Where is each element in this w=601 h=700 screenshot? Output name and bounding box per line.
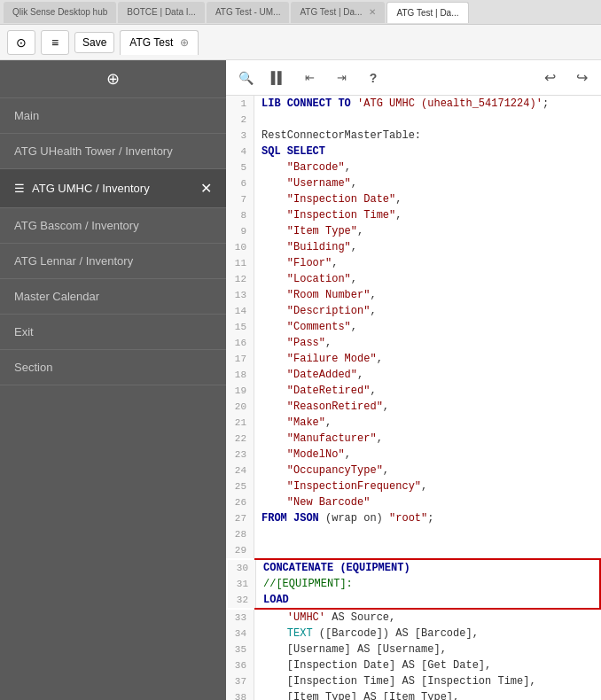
line-content-26: "New Barcode" — [254, 494, 370, 510]
indent-decrease-icon: ⇤ — [305, 71, 315, 84]
code-line-28: 28 — [226, 526, 601, 542]
help-button[interactable]: ? — [361, 66, 386, 90]
editor-toolbar: 🔍 ▌▌ ⇤ ⇥ ? ↩ ↪ — [226, 60, 601, 96]
code-line-2: 2 — [226, 112, 601, 128]
line-number-27: 27 — [226, 510, 254, 526]
line-content-15: "Comments", — [254, 319, 357, 335]
line-number-16: 16 — [226, 335, 254, 351]
editor-area: 🔍 ▌▌ ⇤ ⇥ ? ↩ ↪ — [226, 60, 601, 700]
list-button[interactable]: ≡ — [41, 30, 69, 55]
search-button[interactable]: 🔍 — [233, 66, 258, 90]
browser-tab-2[interactable]: ATG Test - UM... — [207, 2, 290, 23]
line-content-3: RestConnectorMasterTable: — [254, 128, 421, 144]
line-number-26: 26 — [226, 494, 254, 510]
code-line-22: 22 "Manufacturer", — [226, 431, 601, 447]
line-content-25: "InspectionFrequency", — [254, 478, 427, 494]
active-tab[interactable]: ATG Test ⊕ — [120, 30, 199, 55]
indent-increase-icon: ⇥ — [337, 71, 347, 84]
line-number-33: 33 — [226, 610, 254, 626]
save-button[interactable]: Save — [74, 32, 114, 53]
code-line-3: 3 RestConnectorMasterTable: — [226, 128, 601, 144]
browser-tab-4[interactable]: ATG Test | Da... — [386, 2, 468, 23]
line-number-10: 10 — [226, 239, 254, 255]
sidebar-item-master-calendar[interactable]: Master Calendar — [0, 279, 226, 315]
main-layout: ⊕ Main ATG UHealth Tower / Inventory ☰ A… — [0, 60, 601, 700]
line-number-38: 38 — [226, 689, 254, 700]
code-line-27: 27FROM JSON (wrap on) "root"; — [226, 510, 601, 526]
sidebar-item-atg-uhealth[interactable]: ATG UHealth Tower / Inventory — [0, 134, 226, 169]
line-content-13: "Room Number", — [254, 287, 377, 303]
line-content-10: "Building", — [254, 239, 357, 255]
line-number-28: 28 — [226, 526, 254, 542]
line-content-12: "Location", — [254, 271, 357, 287]
code-line-6: 6 "Username", — [226, 175, 601, 191]
sidebar-item-atg-lennar[interactable]: ATG Lennar / Inventory — [0, 244, 226, 279]
code-line-7: 7 "Inspection Date", — [226, 191, 601, 207]
line-number-8: 8 — [226, 207, 254, 223]
line-content-19: "DateRetired", — [254, 383, 377, 399]
line-number-25: 25 — [226, 478, 254, 494]
line-content-27: FROM JSON (wrap on) "root"; — [254, 510, 433, 526]
line-number-15: 15 — [226, 319, 254, 335]
indent-increase-button[interactable]: ⇥ — [329, 66, 354, 90]
undo-icon: ↩ — [544, 69, 556, 86]
line-number-24: 24 — [226, 463, 254, 478]
redo-button[interactable]: ↪ — [569, 66, 594, 90]
line-number-21: 21 — [226, 415, 254, 431]
line-content-34: TEXT ([Barcode]) AS [Barcode], — [254, 626, 479, 642]
line-content-31: //[EQUIPMENT]: — [256, 576, 353, 592]
code-line-14: 14 "Description", — [226, 303, 601, 319]
browser-tab-0[interactable]: Qlik Sense Desktop hub — [4, 2, 116, 23]
indent-decrease-button[interactable]: ⇤ — [297, 66, 322, 90]
tab-label-4: ATG Test | Da... — [396, 8, 458, 18]
line-number-1: 1 — [226, 96, 254, 112]
sidebar-add-button[interactable]: ⊕ — [0, 60, 226, 98]
code-line-38: 38 [Item Type] AS [Item Type], — [226, 689, 601, 700]
active-tab-close[interactable]: ⊕ — [180, 36, 189, 49]
sidebar-item-atg-bascom[interactable]: ATG Bascom / Inventory — [0, 208, 226, 244]
line-content-14: "Description", — [254, 303, 377, 319]
back-button[interactable]: ⊙ — [7, 30, 35, 55]
line-number-31: 31 — [228, 576, 256, 592]
line-content-11: "Floor", — [254, 255, 338, 271]
code-line-13: 13 "Room Number", — [226, 287, 601, 303]
code-line-11: 11 "Floor", — [226, 255, 601, 271]
sidebar-label-master-calendar: Master Calendar — [14, 290, 99, 303]
line-number-14: 14 — [226, 303, 254, 319]
line-number-35: 35 — [226, 642, 254, 657]
code-line-20: 20 "ReasonRetired", — [226, 399, 601, 415]
code-line-33: 33 'UMHC' AS Source, — [226, 610, 601, 626]
line-content-38: [Item Type] AS [Item Type], — [254, 689, 459, 700]
sidebar-item-section[interactable]: Section — [0, 350, 226, 385]
code-editor[interactable]: 1 LIB CONNECT TO 'ATG UMHC (uhealth_5417… — [226, 96, 601, 700]
line-number-29: 29 — [226, 542, 254, 558]
sidebar: ⊕ Main ATG UHealth Tower / Inventory ☰ A… — [0, 60, 226, 700]
browser-tab-1[interactable]: BOTCE | Data I... — [118, 2, 205, 23]
comment-button[interactable]: ▌▌ — [265, 66, 290, 90]
line-content-7: "Inspection Date", — [254, 191, 402, 207]
sidebar-close-button[interactable]: ✕ — [200, 180, 212, 197]
browser-tab-3[interactable]: ATG Test | Da... ✕ — [291, 2, 385, 23]
undo-button[interactable]: ↩ — [537, 66, 562, 90]
line-content-32: LOAD — [256, 592, 289, 608]
line-number-12: 12 — [226, 271, 254, 287]
sidebar-item-main[interactable]: Main — [0, 98, 226, 134]
code-line-34: 34 TEXT ([Barcode]) AS [Barcode], — [226, 626, 601, 642]
line-content-36: [Inspection Date] AS [Get Date], — [254, 657, 491, 673]
sidebar-item-exit[interactable]: Exit — [0, 315, 226, 350]
line-content-22: "Manufacturer", — [254, 431, 383, 447]
line-number-4: 4 — [226, 144, 254, 159]
line-number-5: 5 — [226, 159, 254, 175]
line-number-7: 7 — [226, 191, 254, 207]
sidebar-item-atg-umhc[interactable]: ☰ ATG UMHC / Inventory ✕ — [0, 169, 226, 208]
tab-label-2: ATG Test - UM... — [215, 7, 281, 17]
code-line-23: 23 "ModelNo", — [226, 447, 601, 463]
active-tab-label: ATG Test — [129, 36, 173, 49]
line-number-23: 23 — [226, 447, 254, 463]
code-line-8: 8 "Inspection Time", — [226, 207, 601, 223]
code-line-18: 18 "DateAdded", — [226, 367, 601, 383]
tab-close-3[interactable]: ✕ — [369, 7, 376, 17]
code-line-26: 26 "New Barcode" — [226, 494, 601, 510]
line-content-30: CONCATENATE (EQUIPMENT) — [256, 560, 410, 576]
tab-label-3: ATG Test | Da... — [300, 7, 362, 17]
